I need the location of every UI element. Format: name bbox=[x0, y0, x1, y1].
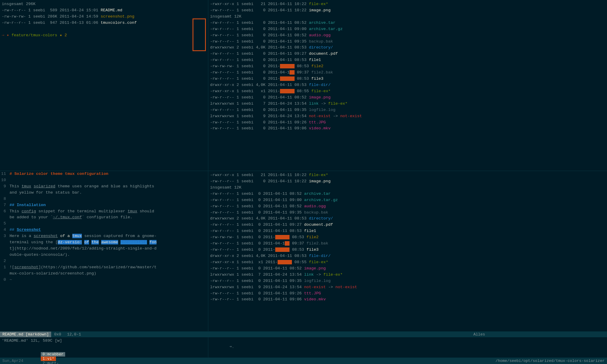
ls-line-total: insgesamt 296K bbox=[0, 1, 208, 7]
fb-line-14: drwxr-xr-x 2 seebi 4,0K 2011-04-11 08:53… bbox=[208, 253, 607, 259]
editor-line-3c: t](http://nodnod.net/2009/feb/12/adding-… bbox=[0, 246, 208, 252]
vim-status-bar: README.md [markdown] 0x0 12,0-1 Alles bbox=[0, 331, 607, 337]
shell-prompt-right: ➜. bbox=[210, 338, 605, 357]
ls-line-blank bbox=[0, 26, 208, 32]
line-content-11: # Solarize color theme tmux configuratio… bbox=[8, 171, 208, 177]
r-line-backup: -rw-r--r-- 1 seebi 0 2011-04-11 09:35 ba… bbox=[208, 39, 607, 45]
r-line-file2bak: -rw-r--r-- 1 seebi 0 2011-04-1 09:37 fil… bbox=[208, 70, 607, 76]
r-line-logfile: -rw-r--r-- 1 seebi 0 2011-04-11 09:35 lo… bbox=[208, 107, 607, 113]
line-num-9: 9 bbox=[0, 183, 8, 190]
line-content-2 bbox=[8, 258, 208, 264]
editor-line-3b: terminal using the [dz-version of the aw… bbox=[0, 239, 208, 246]
r-line-video: -rw-r--r-- 1 seebi 0 2011-04-11 09:06 vi… bbox=[208, 125, 607, 132]
fb-line-21: -rw-r--r-- 1 seebi 0 2011-04-11 09:06 vi… bbox=[208, 296, 607, 303]
editor-line-7: 7 ## Installation bbox=[0, 202, 208, 208]
fb-line-13: -rw-r--r-- 1 seebi 0 2011- 08:53 file3 bbox=[208, 247, 607, 253]
line-content-0: ~ bbox=[8, 277, 208, 283]
fb-line-5: -rw-r--r-- 1 seebi 0 2011-04-11 09:00 ar… bbox=[208, 197, 607, 203]
fb-line-19: lrwxrwxrwx 1 seebi 9 2011-04-24 13:54 no… bbox=[208, 284, 607, 291]
fb-line-15: -rwxr-xr-x 1 seebi x1 2011- 08:55 file-e… bbox=[208, 259, 607, 266]
editor-line-2: 2 bbox=[0, 258, 208, 264]
ls-line-readme: -rw-r--r-- 1 seebi 589 2011-04-24 15:01 … bbox=[0, 7, 208, 14]
line-num-3d bbox=[0, 252, 8, 258]
line-content-3b: terminal using the [dz-version of the aw… bbox=[8, 239, 208, 246]
editor-line-6b: be added to your `~/.tmux.conf` configur… bbox=[0, 214, 208, 221]
line-content-6: This config snippet for the terminal mul… bbox=[8, 208, 208, 215]
r-line-archive-gz: -rw-r--r-- 1 seebi 0 2011-04-11 09:00 ar… bbox=[208, 26, 607, 32]
editor-line-3: 3 Here is a screenshot of a tmux session… bbox=[0, 233, 208, 239]
cursor-indicator bbox=[193, 18, 206, 51]
vim-pos: 0x0 bbox=[51, 332, 64, 337]
file-browser-pane[interactable]: -rwxr-xr-x 1 seebi 21 2011-04-11 10:22 f… bbox=[208, 171, 607, 331]
bottom-right-pane[interactable]: ➜. → ✦ default ★ 39 bbox=[208, 337, 607, 357]
top-section: insgesamt 296K -rw-r--r-- 1 seebi 589 20… bbox=[0, 0, 607, 171]
editor-line-11: 11 # Solarize color theme tmux configura… bbox=[0, 171, 208, 177]
line-num-7: 7 bbox=[0, 202, 8, 208]
r-line-1: -rwxr-xr-x 1 seebi 21 2011-04-11 10:22 f… bbox=[208, 1, 607, 7]
editor-line-6: 6 This config snippet for the terminal m… bbox=[0, 208, 208, 215]
line-num-1: 1 bbox=[0, 264, 8, 271]
fb-line-7: -rw-r--r-- 1 seebi 0 2011-04-11 09:35 ba… bbox=[208, 210, 607, 216]
fb-line-18: -rw-r--r-- 1 seebi 0 2011-04-11 09:35 lo… bbox=[208, 278, 607, 284]
fb-line-11: -rw-rw-rw- 1 seebi 0 2011- 08:53 file2 bbox=[208, 234, 607, 241]
line-num-3b bbox=[0, 239, 8, 246]
right-top-pane[interactable]: -rwxr-xr-x 1 seebi 21 2011-04-11 10:22 f… bbox=[208, 0, 607, 171]
fb-line-1: -rwxr-xr-x 1 seebi 21 2011-04-11 10:22 f… bbox=[208, 172, 607, 178]
editor-line-4: 4 ## Screenshot bbox=[0, 227, 208, 233]
line-num-10: 10 bbox=[0, 177, 8, 183]
prompt-line-left: → ✦ feature/tmux-colors ★ 2 bbox=[0, 32, 208, 39]
line-num-4: 4 bbox=[0, 227, 8, 233]
r-line-3: insgesamt 12K bbox=[208, 14, 607, 20]
fb-line-10: -rw-r--r-- 1 seebi 0 2011-04-11 08:53 fi… bbox=[208, 228, 607, 234]
line-num-0: 0 bbox=[0, 277, 8, 283]
vim-message: 'README.md' 12L, 589C [w] bbox=[2, 338, 206, 344]
editor-line-9b: and yellow for the status bar. bbox=[0, 190, 208, 196]
editor-line-1: 1 ![screenshot](https://github.com/seebi… bbox=[0, 264, 208, 271]
terminal-container: insgesamt 296K -rw-r--r-- 1 seebi 589 20… bbox=[0, 0, 607, 364]
line-content-10 bbox=[8, 177, 208, 183]
line-content-1b: mux-colors-solarized/screenshot.png) bbox=[8, 271, 208, 277]
line-num-6: 6 bbox=[0, 208, 8, 215]
editor-pane[interactable]: 11 # Solarize color theme tmux configura… bbox=[0, 171, 208, 331]
r-line-fileex: -rwxr-xr-x 1 seebi x1 2011- 08:55 file-e… bbox=[208, 88, 607, 95]
r-line-image2: -rw-r--r-- 1 seebi 0 2011-04-11 08:52 im… bbox=[208, 95, 607, 101]
editor-line-0: 0 ~ bbox=[0, 277, 208, 283]
fb-line-4: -rw-r--r-- 1 seebi 0 2011-04-11 08:52 ar… bbox=[208, 191, 607, 197]
r-line-notexist: lrwxrwxrwx 1 seebi 9 2011-04-24 13:54 no… bbox=[208, 113, 607, 120]
editor-line-9: 9 This tmux solarized theme uses orange … bbox=[0, 183, 208, 190]
fb-line-8: drwxrwxrwx 2 seebi 4,0K 2011-04-11 08:53… bbox=[208, 216, 607, 222]
line-num-9b bbox=[0, 190, 8, 196]
line-num-3: 3 bbox=[0, 233, 8, 239]
r-line-file2: -rw-rw-rw- 1 seebi 0 2011- 08:53 file2 bbox=[208, 63, 607, 70]
line-content-5 bbox=[8, 221, 208, 227]
left-top-pane[interactable]: insgesamt 296K -rw-r--r-- 1 seebi 589 20… bbox=[0, 0, 208, 171]
vim-percent: Alles bbox=[470, 332, 488, 337]
vim-filename: README.md [markdown] bbox=[0, 332, 51, 337]
editor-line-5: 5 bbox=[0, 221, 208, 227]
editor-line-1b: mux-colors-solarized/screenshot.png) bbox=[0, 271, 208, 277]
line-num-2: 2 bbox=[0, 258, 8, 264]
r-line-archive-tar: -rw-r--r-- 1 seebi 0 2011-04-11 08:52 ar… bbox=[208, 20, 607, 26]
fb-line-17: lrwxrwxrwx 1 seebi 7 2011-04-24 13:54 li… bbox=[208, 272, 607, 278]
middle-section: 11 # Solarize color theme tmux configura… bbox=[0, 171, 607, 331]
line-content-8 bbox=[8, 196, 208, 202]
line-content-7: ## Installation bbox=[8, 202, 208, 208]
fb-line-9: -rw-r--r-- 1 seebi 0 2011-04-11 09:27 do… bbox=[208, 222, 607, 228]
r-line-dir: drwxrwxrwx 2 seebi 4,0K 2011-04-11 08:53… bbox=[208, 45, 607, 51]
r-line-file3: -rw-r--r-- 1 seebi 0 2011- 08:53 file3 bbox=[208, 76, 607, 82]
r-line-filedir: drwxr-xr-x 2 seebi 4,0K 2011-04-11 08:53… bbox=[208, 82, 607, 88]
date-info: Sun,Apr24 bbox=[2, 359, 23, 363]
line-num-1b bbox=[0, 271, 8, 277]
line-num-3c bbox=[0, 246, 8, 252]
r-line-audio: -rw-r--r-- 1 seebi 0 2011-04-11 08:52 au… bbox=[208, 32, 607, 39]
editor-line-10: 10 bbox=[0, 177, 208, 183]
line-content-1: ![screenshot](https://github.com/seebi/s… bbox=[8, 264, 208, 271]
line-content-6b: be added to your `~/.tmux.conf` configur… bbox=[8, 214, 208, 221]
fb-line-20: -rw-r--r-- 1 seebi 0 2011-04-11 09:26 tt… bbox=[208, 291, 607, 297]
fb-line-6: -rw-r--r-- 1 seebi 0 2011-04-11 08:52 au… bbox=[208, 203, 607, 210]
line-num-5: 5 bbox=[0, 221, 8, 227]
line-content-3: Here is a screenshot of a tmux session c… bbox=[8, 233, 208, 239]
fb-line-12: -rw-r--r-- 1 seebi 0 2011-04-1 09:37 fil… bbox=[208, 241, 607, 247]
bottom-terminal: 'README.md' 12L, 589C [w] ➜. → ✦ default… bbox=[0, 337, 607, 357]
r-line-2: -rw-r--r-- 1 seebi 0 2011-04-11 10:22 im… bbox=[208, 7, 607, 14]
